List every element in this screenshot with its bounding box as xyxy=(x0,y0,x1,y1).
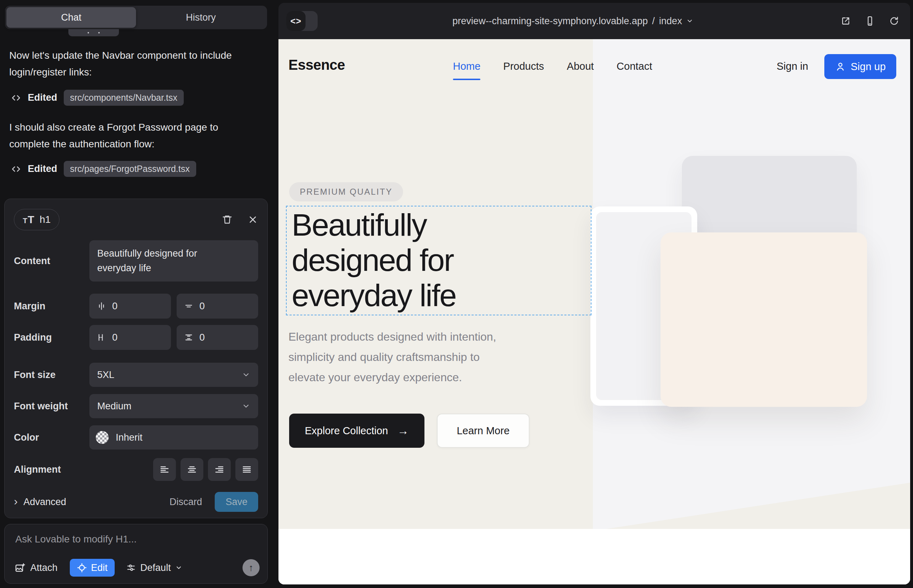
transparency-swatch-icon xyxy=(96,431,108,444)
code-icon xyxy=(11,164,21,174)
tab-history[interactable]: History xyxy=(136,7,265,28)
advanced-toggle[interactable]: › Advanced xyxy=(14,496,66,507)
next-section-background xyxy=(278,529,910,585)
align-right-button[interactable] xyxy=(208,458,231,481)
padding-horizontal-icon xyxy=(97,333,107,342)
padding-label: Padding xyxy=(14,332,89,343)
user-icon xyxy=(835,61,846,72)
url-host: preview--charming-site-symphony.lovable.… xyxy=(453,16,648,27)
selected-element-tag: h1 xyxy=(39,214,50,225)
site-logo[interactable]: Essence xyxy=(288,57,345,73)
edited-file-badge[interactable]: src/components/Navbar.tsx xyxy=(64,90,184,106)
alignment-label: Alignment xyxy=(14,464,89,475)
font-size-label: Font size xyxy=(14,370,89,381)
content-label: Content xyxy=(14,255,89,267)
explore-collection-button[interactable]: Explore Collection → xyxy=(289,414,424,448)
open-external-icon[interactable] xyxy=(840,16,851,26)
margin-vertical-icon xyxy=(184,301,194,311)
code-icon xyxy=(11,92,21,103)
edited-label: Edited xyxy=(28,163,57,174)
chevron-right-icon: › xyxy=(14,496,18,507)
sliders-icon xyxy=(126,563,136,573)
edited-file-row: Edited src/pages/ForgotPassword.tsx xyxy=(11,161,196,177)
margin-label: Margin xyxy=(14,301,89,312)
nav-link-contact[interactable]: Contact xyxy=(617,60,652,72)
mobile-view-icon[interactable] xyxy=(864,16,875,26)
assistant-message: I should also create a Forgot Password p… xyxy=(9,119,237,152)
arrow-right-icon: → xyxy=(397,424,409,438)
edited-file-badge[interactable]: src/pages/ForgotPassword.tsx xyxy=(64,161,196,177)
send-button[interactable]: ↑ xyxy=(243,559,260,576)
site-preview: Essence Home Products About Contact Sign… xyxy=(278,39,910,585)
lovable-chat-panel: Chat History Now let's update the Navbar… xyxy=(0,0,278,588)
color-label: Color xyxy=(14,432,89,443)
align-right-icon xyxy=(214,464,225,475)
nav-link-about[interactable]: About xyxy=(567,60,594,72)
sign-in-link[interactable]: Sign in xyxy=(777,60,808,72)
save-button[interactable]: Save xyxy=(215,492,258,512)
padding-vertical-icon xyxy=(184,333,194,342)
align-justify-button[interactable] xyxy=(235,458,258,481)
url-page: index xyxy=(659,16,682,27)
hero-paragraph: Elegant products designed with intention… xyxy=(288,327,496,388)
prompt-composer: Ask Lovable to modify H1... Attach Edit … xyxy=(4,524,268,584)
attach-button[interactable]: Attach xyxy=(15,562,58,573)
padding-x-input[interactable]: 0 xyxy=(89,325,171,350)
url-separator: / xyxy=(652,16,655,27)
edit-mode-button[interactable]: Edit xyxy=(70,559,115,577)
close-icon[interactable] xyxy=(248,214,258,225)
element-inspector-panel: TT h1 Content Beautifully designed for e… xyxy=(4,199,268,518)
align-justify-icon xyxy=(241,464,252,475)
color-picker-field[interactable]: Inherit xyxy=(89,425,258,449)
font-weight-select[interactable]: Medium xyxy=(89,394,258,418)
chevron-down-icon xyxy=(242,370,250,379)
decorative-card-beige xyxy=(660,233,867,407)
premium-quality-badge: PREMIUM QUALITY xyxy=(289,182,403,202)
content-input[interactable]: Beautifully designed for everyday life xyxy=(89,240,258,281)
edited-label: Edited xyxy=(28,92,57,103)
text-type-icon: TT xyxy=(23,213,34,226)
model-default-select[interactable]: Default xyxy=(126,562,182,573)
selected-element-badge: TT h1 xyxy=(14,209,60,230)
align-center-icon xyxy=(186,464,197,475)
delete-element-icon[interactable] xyxy=(222,214,233,225)
h1-selection-outline[interactable]: Beautifully designed for everyday life xyxy=(286,206,591,315)
font-weight-label: Font weight xyxy=(14,401,89,412)
preview-browser-window: <> preview--charming-site-symphony.lovab… xyxy=(278,3,910,585)
learn-more-button[interactable]: Learn More xyxy=(437,414,529,448)
chevron-down-icon xyxy=(686,18,693,24)
hero-heading: Beautifully designed for everyday life xyxy=(291,207,456,313)
align-left-icon xyxy=(159,464,170,475)
tab-chat[interactable]: Chat xyxy=(6,7,136,28)
attach-image-icon xyxy=(15,562,25,573)
site-nav: Home Products About Contact xyxy=(453,60,652,72)
margin-horizontal-icon xyxy=(97,301,107,311)
chevron-down-icon xyxy=(175,564,182,571)
url-bar[interactable]: preview--charming-site-symphony.lovable.… xyxy=(278,3,868,39)
margin-y-input[interactable]: 0 xyxy=(176,294,258,318)
browser-toolbar: <> preview--charming-site-symphony.lovab… xyxy=(278,3,910,39)
font-size-select[interactable]: 5XL xyxy=(89,363,258,387)
edited-file-row: Edited src/components/Navbar.tsx xyxy=(11,90,184,106)
refresh-icon[interactable] xyxy=(889,16,900,26)
nav-link-home[interactable]: Home xyxy=(453,60,480,72)
discard-button[interactable]: Discard xyxy=(170,496,202,507)
sign-up-button[interactable]: Sign up xyxy=(824,54,896,79)
align-left-button[interactable] xyxy=(153,458,176,481)
target-icon xyxy=(77,563,87,573)
composer-input[interactable]: Ask Lovable to modify H1... xyxy=(15,533,257,545)
padding-y-input[interactable]: 0 xyxy=(176,325,258,350)
chevron-down-icon xyxy=(242,402,250,410)
nav-link-products[interactable]: Products xyxy=(503,60,544,72)
scrolled-badge-partial xyxy=(68,29,119,36)
margin-x-input[interactable]: 0 xyxy=(89,294,171,318)
align-center-button[interactable] xyxy=(181,458,203,481)
assistant-message: Now let's update the Navbar component to… xyxy=(9,47,237,81)
chat-history-tabbar: Chat History xyxy=(5,6,267,29)
